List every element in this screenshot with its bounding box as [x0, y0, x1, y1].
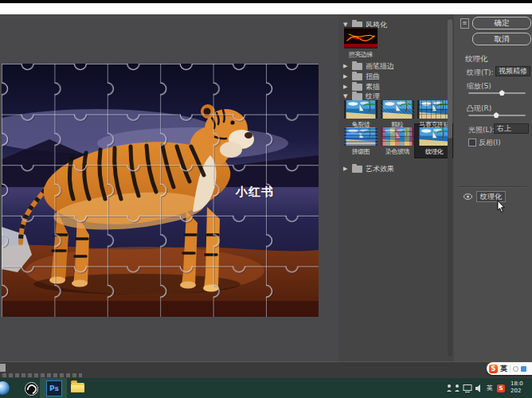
- ime-lang-indicator[interactable]: 英: [500, 364, 507, 374]
- scale-label: 缩放(S): [467, 81, 491, 92]
- ime-tool-icon[interactable]: [521, 366, 526, 372]
- taskbar-clock[interactable]: 18:0 202: [510, 380, 532, 396]
- ime-tool-icon[interactable]: [513, 366, 518, 372]
- light-label: 光照(L):: [468, 125, 495, 135]
- photoshop-icon[interactable]: Ps: [46, 380, 62, 396]
- settings-pane: ≡ 确定 取消 纹理化 纹理(T): 视频精修 缩放(S) 凸现(R) 光照(L…: [454, 14, 532, 361]
- cancel-button[interactable]: 取消: [472, 33, 531, 45]
- relief-label: 凸现(R): [467, 103, 491, 114]
- scrollbar-thumb[interactable]: [448, 19, 452, 139]
- folder-icon: [352, 73, 362, 80]
- category-artistic[interactable]: ▶ 艺术效果: [343, 164, 443, 174]
- expand-arrow-icon: ▶: [343, 73, 349, 80]
- texture-label: 纹理(T):: [467, 68, 494, 78]
- filter-thumb-glowing-edges[interactable]: 照亮边缘: [344, 27, 377, 59]
- filter-title: 纹理化: [465, 54, 488, 64]
- expand-arrow-icon: ▶: [343, 84, 349, 90]
- system-tray: 英 S: [446, 378, 505, 398]
- taskbar-photoshop-active[interactable]: Ps: [40, 378, 67, 398]
- filter-list-scrollbar[interactable]: [448, 18, 452, 357]
- folder-icon: [352, 63, 362, 70]
- top-white-bar: [0, 3, 532, 15]
- watermark-text: 小红书: [236, 185, 274, 200]
- tray-icons[interactable]: [446, 384, 483, 393]
- light-dropdown[interactable]: 右上: [494, 123, 529, 134]
- browser-icon[interactable]: [0, 381, 10, 395]
- app-status-strip: [0, 361, 532, 379]
- filter-thumb-stained-glass[interactable]: 染色玻璃: [381, 127, 414, 156]
- expand-arrow-icon: ▶: [343, 166, 349, 172]
- expand-arrow-icon: ▶: [343, 63, 349, 69]
- clock-time: 18:0: [510, 380, 532, 388]
- clock-date: 202: [510, 388, 532, 395]
- scale-slider-thumb[interactable]: [499, 90, 505, 96]
- file-explorer-icon[interactable]: [71, 383, 84, 392]
- filter-thumb-grain[interactable]: 颗粒: [381, 100, 414, 129]
- tray-input-language[interactable]: 英: [487, 384, 493, 392]
- relief-slider[interactable]: [468, 115, 526, 116]
- folder-icon: [352, 84, 362, 91]
- ok-button[interactable]: 确定: [472, 17, 531, 29]
- ime-divider: [510, 365, 510, 373]
- folder-icon: [352, 166, 362, 173]
- preview-canvas[interactable]: 小红书: [2, 64, 319, 317]
- folder-icon: [352, 93, 362, 100]
- filter-category-pane: ▼ 风格化 照亮边缘 ▶ 画笔描边 ▶ 扭曲 ▶ 素描 ▼ 纹理: [339, 14, 455, 361]
- filter-gallery-dialog: 小红书 ▼ 风格化 照亮边缘 ▶ 画笔描边 ▶ 扭曲 ▶ 素描 ▼: [0, 14, 532, 361]
- filter-thumb-mosaic-tiles[interactable]: 马赛克拼贴: [417, 100, 451, 129]
- ime-toolbar[interactable]: S 英: [487, 362, 532, 375]
- invert-label: 反相(I): [479, 138, 501, 148]
- scale-slider[interactable]: [468, 92, 526, 94]
- collapse-thumbnails-icon[interactable]: ≡: [460, 18, 469, 29]
- category-brush-strokes[interactable]: ▶ 画笔描边: [343, 61, 443, 71]
- effects-separator: [459, 186, 527, 188]
- taskbar: Ps 英 S 18:0 202: [0, 378, 532, 398]
- filter-thumb-craquelure[interactable]: 龟裂缝: [344, 100, 377, 129]
- tray-sogou-icon[interactable]: S: [497, 384, 505, 392]
- effect-layer-label: 纹理化: [476, 191, 506, 202]
- effect-layer-row[interactable]: 纹理化: [464, 191, 506, 202]
- invert-checkbox[interactable]: [468, 139, 476, 146]
- category-sketch[interactable]: ▶ 素描: [343, 82, 443, 92]
- preview-pane: 小红书: [0, 14, 340, 361]
- status-zoom-box[interactable]: [0, 364, 6, 372]
- texture-dropdown[interactable]: 视频精修: [495, 66, 530, 76]
- relief-slider-thumb[interactable]: [494, 112, 499, 118]
- expand-arrow-icon: ▼: [343, 93, 349, 100]
- eye-icon[interactable]: [464, 193, 472, 200]
- status-bar-text: [2, 373, 82, 377]
- category-distort[interactable]: ▶ 扭曲: [343, 72, 443, 81]
- obs-icon[interactable]: [25, 382, 38, 396]
- filter-thumb-texturizer[interactable]: 纹理化: [417, 127, 451, 156]
- sogou-logo-icon[interactable]: S: [489, 365, 498, 373]
- filter-thumb-patchwork[interactable]: 拼缀图: [344, 127, 377, 156]
